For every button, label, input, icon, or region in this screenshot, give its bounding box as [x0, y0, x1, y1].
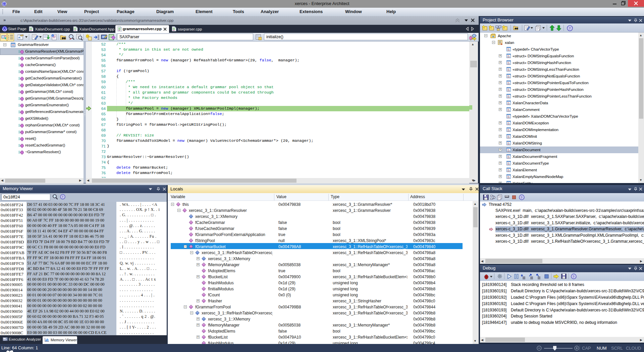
svg-text:?: ? — [62, 195, 63, 199]
svg-text:?: ? — [569, 26, 571, 30]
svg-text:?: ? — [573, 275, 575, 279]
svg-text:?: ? — [521, 196, 523, 199]
svg-text:3: 3 — [8, 39, 9, 40]
svg-text:T: T — [52, 35, 53, 37]
